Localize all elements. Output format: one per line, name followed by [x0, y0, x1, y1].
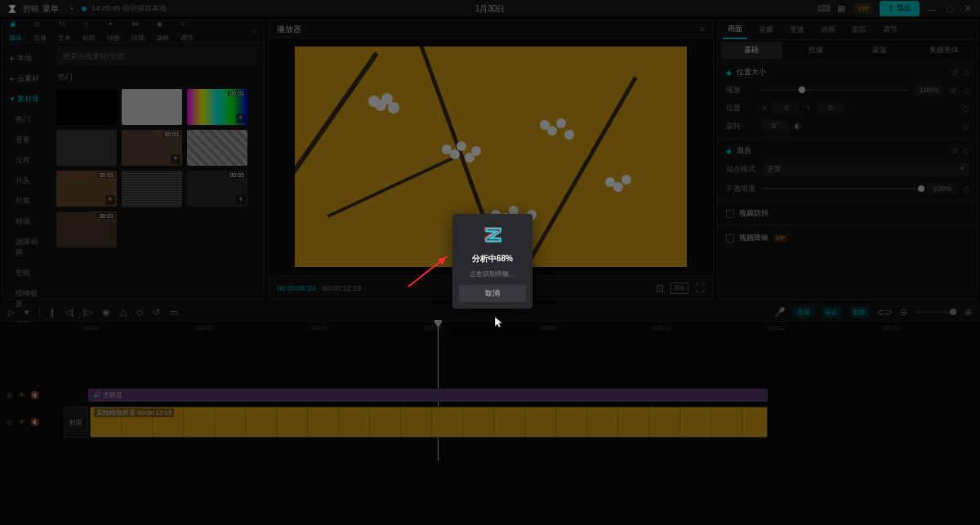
chevron-down-icon[interactable]: ▾ — [24, 307, 29, 318]
layout-icon[interactable]: ▦ — [835, 3, 847, 14]
media-tab-sticker[interactable]: ◇贴纸 — [82, 20, 96, 42]
keyframe-icon[interactable]: ◇ — [963, 122, 969, 131]
thumb[interactable] — [122, 89, 182, 125]
denoise-checkbox[interactable] — [726, 234, 734, 242]
props-tab-canvas[interactable]: 画面 — [723, 20, 747, 39]
chip-voice[interactable]: 语音 — [822, 306, 841, 318]
lock-icon[interactable]: ⊘ — [7, 391, 13, 399]
cat-library[interactable]: ▾ 素材库 — [2, 89, 50, 109]
zoom-slider[interactable] — [915, 311, 956, 313]
reverse-tool[interactable]: ↺ — [153, 307, 160, 318]
scale-slider[interactable] — [762, 89, 908, 91]
keyframe-icon[interactable]: ◇ — [963, 146, 969, 155]
search-input[interactable]: 搜索在线素材/资源 — [56, 48, 257, 65]
shortcuts-icon[interactable]: ⌨ — [817, 3, 829, 14]
audio-clip[interactable]: 🔊 主轨音 — [88, 389, 768, 402]
cat-cloud[interactable]: ▸ 云素材 — [2, 69, 50, 89]
stabilize-checkbox[interactable] — [726, 210, 734, 218]
props-tab-anim[interactable]: 动画 — [816, 21, 840, 38]
thumb[interactable] — [187, 130, 247, 166]
cancel-button[interactable]: 取消 — [459, 285, 526, 302]
mic-icon[interactable]: 🎤 — [774, 307, 786, 318]
reset-icon[interactable]: ↺ — [951, 146, 958, 155]
timeline[interactable]: 100:00 100:02 100:04 100:06 100:08 100:1… — [0, 322, 980, 523]
media-tab-transition[interactable]: ⋈转场 — [131, 20, 145, 42]
reset-icon[interactable]: ↺ — [951, 68, 958, 77]
thumb[interactable]: 00:03+ — [187, 89, 247, 125]
menu-dropdown[interactable]: 菜单 — [39, 2, 62, 16]
subtab-beauty[interactable]: 美颜美体 — [914, 42, 975, 59]
subtab-basic[interactable]: 基础 — [721, 42, 782, 59]
add-icon[interactable]: + — [105, 195, 115, 205]
lock-icon[interactable]: ⊘ — [7, 418, 13, 426]
maximize-button[interactable]: □ — [944, 4, 956, 14]
media-toolbar-more-icon[interactable]: » — [252, 27, 257, 36]
link-icon[interactable]: ⊘ — [950, 86, 956, 95]
props-tab-speed[interactable]: 变速 — [785, 21, 809, 38]
pos-x[interactable]: 0 — [773, 102, 800, 113]
export-button[interactable]: ⇧ 导出 — [880, 1, 920, 16]
chip-audio[interactable]: 音频 — [794, 306, 813, 318]
split-tool[interactable]: ‖ — [50, 307, 55, 318]
cat-lantern[interactable]: 元宵 — [2, 150, 50, 171]
keyframe-icon[interactable]: ◇ — [963, 68, 969, 77]
subtab-mask[interactable]: 蒙版 — [849, 42, 911, 59]
props-tab-track[interactable]: 跟踪 — [847, 21, 871, 38]
thumb[interactable] — [56, 89, 117, 125]
player-menu-icon[interactable]: ≡ — [700, 24, 705, 33]
zoom-in-icon[interactable]: ⊕ — [964, 307, 972, 318]
ratio-icon[interactable]: 原始 — [670, 283, 688, 294]
cat-trans[interactable]: 转场 — [2, 211, 50, 232]
redo-button[interactable]: |▷ — [83, 307, 92, 318]
select-tool[interactable]: ▷ — [8, 307, 15, 318]
cat-glitch[interactable]: 故障动画 — [2, 232, 50, 263]
cat-local[interactable]: ▸ 本地 — [2, 48, 50, 69]
subtab-cutout[interactable]: 拉膜 — [786, 42, 847, 59]
chip-smart[interactable]: 智能 — [849, 306, 869, 318]
thumb[interactable] — [56, 130, 117, 166]
pos-y[interactable]: 0 — [817, 102, 844, 113]
media-tab-filter[interactable]: ◉滤镜 — [156, 20, 169, 42]
opacity-value[interactable]: 100% — [928, 183, 956, 194]
media-tab-media[interactable]: ▣媒体 — [9, 20, 22, 42]
zoom-out-icon[interactable]: ⊖ — [900, 307, 907, 318]
ruler[interactable]: 100:00 100:02 100:04 100:06 100:08 100:1… — [0, 322, 980, 336]
minimize-button[interactable]: — — [926, 4, 938, 14]
cat-empty[interactable]: 空镜 — [2, 263, 50, 283]
thumb[interactable]: 00:03+ — [122, 130, 182, 166]
props-tab-audio[interactable]: 音频 — [754, 21, 778, 38]
undo-button[interactable]: ◁| — [65, 307, 74, 318]
video-clip[interactable]: 实拍植物开花 00:00:12:19 — [90, 407, 768, 438]
thumb[interactable]: 00:03+ — [187, 171, 247, 207]
media-tab-text[interactable]: TI文本 — [58, 20, 71, 42]
rot-dial[interactable]: ◐ — [795, 122, 801, 130]
cover-button[interactable]: 封面 — [64, 407, 88, 438]
media-tab-audio[interactable]: ◴音频 — [33, 20, 47, 42]
blend-mode-select[interactable]: 正常 ▾ — [762, 162, 969, 176]
opacity-slider[interactable] — [762, 188, 921, 189]
mute-icon[interactable]: 🔇 — [30, 418, 39, 426]
close-button[interactable]: ✕ — [962, 3, 973, 14]
keyframe-icon[interactable]: ◇ — [963, 104, 969, 113]
warning-icon[interactable]: △ — [120, 307, 127, 318]
eye-icon[interactable]: 👁 — [18, 418, 25, 426]
cat-hot[interactable]: 热门 — [2, 109, 50, 130]
scale-value[interactable]: 100% — [915, 84, 943, 96]
keyframe-icon[interactable]: ◇ — [963, 86, 969, 95]
rotation-value[interactable]: 0° — [762, 120, 788, 131]
add-icon[interactable]: + — [236, 113, 246, 123]
safe-zone-icon[interactable]: ⊡ — [656, 283, 664, 294]
cat-bg[interactable]: 背景 — [2, 130, 50, 150]
magnet-icon[interactable]: ⊂⊃ — [877, 307, 892, 318]
thumb[interactable] — [122, 171, 182, 207]
media-tab-effect[interactable]: ✦特效 — [107, 20, 120, 42]
media-tab-adjust[interactable]: ≡调节 — [180, 20, 194, 42]
fullscreen-icon[interactable]: ⛶ — [695, 283, 705, 294]
cat-intro[interactable]: 片头 — [2, 171, 50, 191]
thumb[interactable]: 00:03 — [56, 211, 117, 247]
keyframe-icon[interactable]: ◇ — [963, 185, 969, 194]
props-tab-adjust[interactable]: 调节 — [878, 21, 902, 38]
mute-icon[interactable]: 🔇 — [30, 391, 39, 399]
eye-icon[interactable]: 👁 — [18, 391, 25, 399]
cat-outro[interactable]: 片尾 — [2, 191, 50, 211]
